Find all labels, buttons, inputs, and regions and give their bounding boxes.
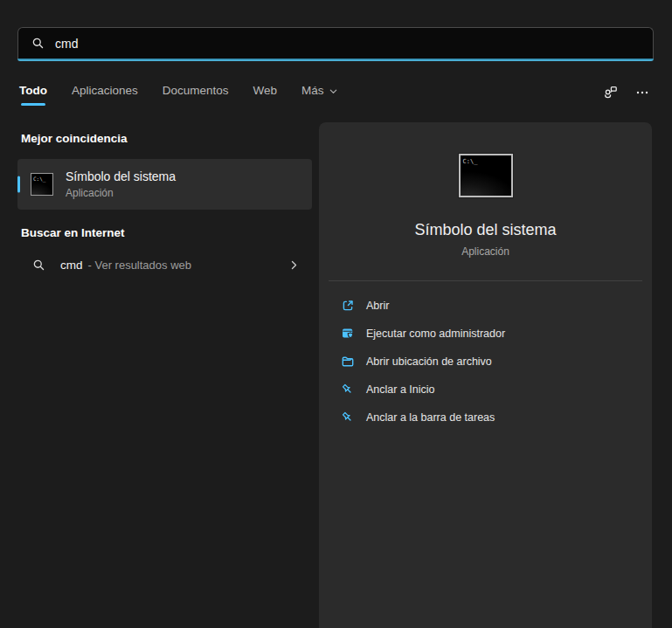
web-search-heading: Buscar en Internet: [21, 225, 312, 240]
action-anclar-a-la-barra-de-tareas[interactable]: Anclar a la barra de tareas: [329, 404, 641, 431]
action-label: Anclar a Inicio: [366, 383, 435, 396]
search-accent-underline: [17, 59, 654, 61]
tab-label: Todo: [19, 84, 47, 97]
best-match-subtitle: Aplicación: [66, 187, 176, 199]
action-label: Abrir ubicación de archivo: [366, 355, 492, 368]
search-icon: [32, 259, 45, 272]
tab-aplicaciones[interactable]: Aplicaciones: [70, 82, 140, 106]
windows-search-flyout: cmd TodoAplicacionesDocumentosWebMás Mej…: [0, 0, 672, 628]
filter-tabs-row: TodoAplicacionesDocumentosWebMás: [17, 82, 653, 106]
tab-mas[interactable]: Más: [300, 82, 340, 106]
user-account-button[interactable]: [600, 82, 621, 103]
cmd-app-icon-large: C:\_: [459, 154, 513, 197]
filter-tabs: TodoAplicacionesDocumentosWebMás: [17, 82, 340, 106]
pin-icon: [341, 411, 355, 424]
chevron-right-icon: [288, 259, 300, 271]
open-icon: [341, 299, 355, 313]
pin-icon: [341, 383, 355, 397]
detail-title: Símbolo del sistema: [319, 221, 652, 239]
run-as-admin-icon: [341, 327, 355, 341]
tab-todo[interactable]: Todo: [17, 82, 49, 106]
cmd-app-icon: C:\_: [31, 173, 53, 196]
action-anclar-a-inicio[interactable]: Anclar a Inicio: [329, 376, 641, 404]
more-options-button[interactable]: [632, 82, 653, 103]
tab-label: Documentos: [163, 84, 229, 97]
best-match-item[interactable]: C:\_ Símbolo del sistema Aplicación: [17, 159, 312, 210]
results-panel: Mejor coincidencia C:\_ Símbolo del sist…: [17, 122, 312, 282]
detail-icon-wrap: C:\_: [319, 122, 652, 197]
user-account-icon: [603, 85, 619, 100]
action-ejecutar-como-administrador[interactable]: Ejecutar como administrador: [329, 320, 641, 348]
header-icons: [600, 82, 653, 103]
active-tab-underline: [21, 103, 45, 106]
selection-accent-bar: [17, 176, 20, 193]
folder-icon: [341, 355, 355, 369]
tab-label: Aplicaciones: [72, 84, 138, 97]
cmd-icon-text: C:\_: [33, 176, 45, 182]
best-match-text: Símbolo del sistema Aplicación: [66, 169, 176, 199]
chevron-down-icon: [329, 86, 338, 96]
divider: [329, 280, 642, 281]
action-label: Ejecutar como administrador: [366, 328, 505, 340]
tab-web[interactable]: Web: [252, 82, 280, 106]
action-label: Abrir: [366, 300, 389, 312]
search-area: cmd: [17, 27, 654, 61]
web-query: cmd: [60, 259, 83, 272]
tab-label: Web: [253, 84, 278, 97]
search-icon: [31, 37, 45, 50]
best-match-heading: Mejor coincidencia: [21, 131, 312, 146]
detail-panel: C:\_ Símbolo del sistema Aplicación Abri…: [319, 122, 652, 628]
detail-subtitle: Aplicación: [319, 245, 652, 258]
cmd-icon-text: C:\_: [463, 158, 478, 165]
action-label: Anclar a la barra de tareas: [366, 411, 495, 424]
more-options-icon: [634, 85, 650, 100]
action-abrir[interactable]: Abrir: [329, 292, 641, 320]
web-search-result[interactable]: cmd - Ver resultados web: [17, 247, 312, 282]
best-match-title: Símbolo del sistema: [66, 169, 176, 184]
tab-documentos[interactable]: Documentos: [161, 82, 231, 106]
tab-label: Más: [301, 84, 324, 97]
context-actions-list: AbrirEjecutar como administradorAbrir ub…: [319, 292, 652, 431]
action-abrir-ubicacion-de-archivo[interactable]: Abrir ubicación de archivo: [329, 348, 641, 376]
web-query-suffix: - Ver resultados web: [88, 259, 192, 272]
search-input[interactable]: cmd: [17, 27, 654, 59]
search-value: cmd: [55, 37, 78, 51]
